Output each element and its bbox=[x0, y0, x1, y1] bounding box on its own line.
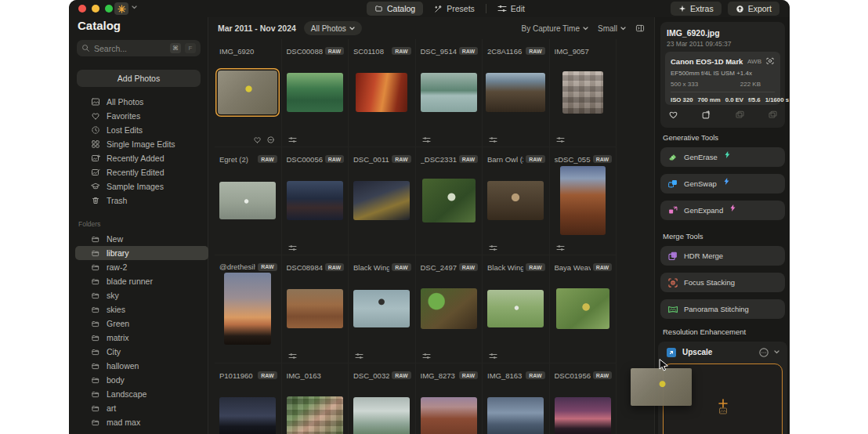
generase-button[interactable]: GenErase bbox=[660, 147, 785, 167]
favorite-icon[interactable] bbox=[668, 110, 678, 120]
photo-thumbnail[interactable] bbox=[353, 181, 410, 220]
folder-item-art[interactable]: art bbox=[69, 401, 208, 415]
export-button[interactable]: Export bbox=[728, 2, 779, 16]
search-input[interactable]: Search... ⌘ F bbox=[77, 40, 201, 56]
photo-thumbnail[interactable] bbox=[487, 181, 544, 220]
photo-cell-egret-2[interactable]: Egret (2) RAW bbox=[215, 147, 282, 255]
genswap-button[interactable]: GenSwap bbox=[660, 174, 785, 193]
folder-item-new[interactable]: New bbox=[69, 232, 208, 246]
folder-item-city[interactable]: City bbox=[69, 345, 208, 359]
reject-icon[interactable] bbox=[266, 136, 275, 144]
photo-thumbnail[interactable] bbox=[219, 182, 276, 219]
sidebar-item-trash[interactable]: Trash bbox=[69, 193, 208, 208]
photo-thumbnail[interactable] bbox=[287, 396, 343, 434]
photo-thumbnail[interactable] bbox=[218, 71, 277, 114]
photo-thumbnail[interactable] bbox=[353, 290, 410, 327]
photo-thumbnail[interactable] bbox=[287, 289, 343, 328]
photo-cell-p1011960[interactable]: P1011960 RAW bbox=[215, 363, 282, 434]
sidebar-item-favorites[interactable]: Favorites bbox=[69, 109, 208, 123]
folder-item-body[interactable]: body bbox=[69, 373, 208, 387]
folder-item-skies[interactable]: skies bbox=[69, 302, 208, 316]
copy-adjustments-icon[interactable] bbox=[735, 110, 745, 120]
sidebar-item-single-image-edits[interactable]: Single Image Edits bbox=[69, 137, 208, 151]
photo-cell-img-8163[interactable]: IMG_8163 RAW bbox=[483, 363, 550, 434]
photo-thumbnail[interactable] bbox=[219, 397, 276, 434]
sidebar-item-lost-edits[interactable]: Lost Edits bbox=[69, 123, 208, 137]
photo-cell-baya-weaver-3[interactable]: Baya Weaver (3) RAW bbox=[550, 255, 617, 363]
photo-thumbnail[interactable] bbox=[421, 288, 477, 329]
photo-cell-dsc00056[interactable]: DSC00056 RAW bbox=[282, 147, 349, 255]
photo-thumbnail[interactable] bbox=[486, 73, 545, 112]
photo-cell-img-0163[interactable]: IMG_0163 bbox=[282, 363, 349, 434]
maximize-window-button[interactable] bbox=[105, 5, 113, 13]
photo-cell-2c8a1166[interactable]: 2C8A1166 RAW bbox=[483, 39, 550, 147]
thumbnail-size-dropdown[interactable]: Small bbox=[598, 24, 626, 33]
paste-adjustments-icon[interactable] bbox=[768, 110, 778, 120]
photo-cell-sc01108[interactable]: SC01108 RAW bbox=[349, 39, 416, 147]
photo-thumbnail[interactable] bbox=[487, 397, 544, 434]
photo-cell-img-8273[interactable]: IMG_8273 RAW bbox=[416, 363, 483, 434]
photo-thumbnail[interactable] bbox=[422, 179, 476, 222]
tab-edit[interactable]: Edit bbox=[490, 2, 533, 16]
favorite-icon[interactable] bbox=[253, 136, 262, 144]
tab-presets[interactable]: Presets bbox=[426, 2, 483, 16]
sidebar-item-all-photos[interactable]: All Photos bbox=[69, 95, 208, 109]
photo-cell-dsc-0011[interactable]: DSC_0011 RAW bbox=[349, 147, 416, 255]
folder-item-mad-max[interactable]: mad max bbox=[69, 415, 208, 429]
photo-thumbnail[interactable] bbox=[353, 397, 410, 434]
photo-cell-barn-owl-2[interactable]: Barn Owl (2) RAW bbox=[483, 147, 550, 255]
photo-cell-dsc01956[interactable]: DSC01956 RAW bbox=[550, 363, 617, 434]
folder-item-hallowen[interactable]: hallowen bbox=[69, 359, 208, 373]
folder-item-sky[interactable]: sky bbox=[69, 288, 208, 302]
hdr-merge-button[interactable]: HDR Merge bbox=[660, 246, 785, 266]
photo-cell-black-winged-s[interactable]: Black Winged S RAW bbox=[483, 255, 550, 363]
photo-thumbnail[interactable] bbox=[287, 181, 343, 220]
minimize-window-button[interactable] bbox=[92, 5, 99, 13]
photo-cell-img-9057[interactable]: IMG_9057 bbox=[550, 39, 617, 147]
photo-cell-dsc-2497[interactable]: DSC_2497 RAW bbox=[416, 255, 483, 363]
folder-item-raw-2[interactable]: raw-2 bbox=[69, 260, 208, 274]
add-photos-button[interactable]: Add Photos bbox=[77, 70, 201, 87]
photo-thumbnail[interactable] bbox=[421, 397, 477, 434]
sidebar-item-recently-edited[interactable]: Recently Edited bbox=[69, 165, 208, 179]
folder-item-matrix[interactable]: matrix bbox=[69, 331, 208, 345]
photo-thumbnail[interactable] bbox=[356, 73, 407, 112]
photo-thumbnail[interactable] bbox=[560, 166, 606, 235]
upscale-options-icon[interactable] bbox=[758, 347, 769, 357]
rotate-icon[interactable] bbox=[701, 110, 711, 120]
tab-catalog[interactable]: Catalog bbox=[367, 2, 423, 16]
chevron-down-icon[interactable] bbox=[132, 5, 137, 9]
sort-dropdown[interactable]: By Capture Time bbox=[522, 24, 588, 33]
photo-cell-dsc-9514[interactable]: DSC_9514 RAW bbox=[416, 39, 483, 147]
folder-item-landscape[interactable]: Landscape bbox=[69, 387, 208, 401]
app-menu-button[interactable] bbox=[114, 2, 128, 15]
photo-cell-dsc08984[interactable]: DSC08984 RAW bbox=[282, 255, 349, 363]
photo-cell-sdsc-0557[interactable]: sDSC_0557 RAW bbox=[550, 147, 617, 255]
photo-thumbnail[interactable] bbox=[287, 73, 343, 112]
photo-cell-drethesilva-2[interactable]: @drethesilva-2 RAW bbox=[215, 255, 282, 363]
panorama-stitching-button[interactable]: Panorama Stitching bbox=[660, 299, 785, 319]
genexpand-button[interactable]: GenExpand bbox=[660, 201, 785, 220]
sidebar-item-recently-added[interactable]: Recently Added bbox=[69, 151, 208, 165]
photo-thumbnail[interactable] bbox=[487, 290, 544, 327]
close-window-button[interactable] bbox=[78, 5, 86, 13]
folder-item-blade-runner[interactable]: blade runner bbox=[69, 274, 208, 288]
photo-cell-dsc00088-1[interactable]: DSC00088(1) RAW bbox=[282, 39, 349, 147]
photo-thumbnail[interactable] bbox=[556, 288, 609, 329]
photo-cell-black-winged-s[interactable]: Black Winged S RAW bbox=[349, 255, 416, 363]
photo-thumbnail[interactable] bbox=[224, 273, 271, 345]
chevron-down-icon[interactable] bbox=[774, 350, 779, 354]
extras-button[interactable]: Extras bbox=[671, 2, 722, 16]
sidebar-item-sample-images[interactable]: Sample Images bbox=[69, 179, 208, 193]
focus-stacking-button[interactable]: Focus Stacking bbox=[660, 273, 785, 292]
photo-cell-img-6920[interactable]: IMG_6920 bbox=[215, 39, 282, 147]
folder-item-library[interactable]: library bbox=[75, 246, 208, 260]
photo-thumbnail[interactable] bbox=[562, 71, 603, 114]
folder-item-green[interactable]: Green bbox=[69, 316, 208, 331]
photo-thumbnail[interactable] bbox=[421, 73, 477, 112]
photo-thumbnail[interactable] bbox=[555, 397, 611, 434]
photo-cell-dsc2331[interactable]: _DSC2331 RAW bbox=[416, 147, 483, 255]
panel-toggle-icon[interactable] bbox=[635, 24, 645, 33]
dragged-thumbnail[interactable] bbox=[631, 368, 692, 406]
photo-cell-dsc-0032-2[interactable]: DSC_0032-2 RAW bbox=[349, 363, 416, 434]
